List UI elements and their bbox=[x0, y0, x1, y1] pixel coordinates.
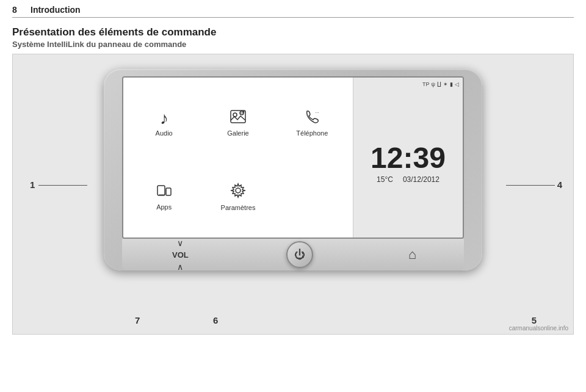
clock-display: 12:39 bbox=[371, 143, 446, 173]
svg-text:···: ··· bbox=[315, 110, 319, 115]
bluetooth-icon: ✶ bbox=[443, 81, 448, 87]
power-button[interactable]: ⏻ bbox=[286, 241, 313, 268]
home-button[interactable]: ⌂ bbox=[408, 247, 416, 263]
callout-5: 5 bbox=[532, 315, 537, 325]
app-icon-telephone[interactable]: ··· Téléphone bbox=[277, 87, 348, 159]
vol-label: VOL bbox=[172, 250, 189, 260]
status-bar: TP ψ ∐ ✶ ▮ ◁ bbox=[422, 81, 459, 87]
svg-point-1 bbox=[233, 113, 237, 117]
page-number: 8 bbox=[12, 5, 31, 15]
gallery-icon bbox=[230, 109, 247, 127]
audio-label: Audio bbox=[156, 129, 173, 137]
galerie-label: Galerie bbox=[227, 129, 248, 137]
usb-icon: ∐ bbox=[437, 81, 441, 87]
line-4 bbox=[506, 185, 555, 186]
svg-point-3 bbox=[242, 111, 244, 113]
apps-label: Apps bbox=[156, 203, 172, 211]
app-icon-galerie[interactable]: Galerie bbox=[202, 87, 273, 159]
line-1 bbox=[38, 185, 87, 186]
header-divider bbox=[12, 17, 574, 18]
apps-icon bbox=[156, 183, 172, 201]
section-subtitle: Système IntelliLink du panneau de comman… bbox=[0, 40, 586, 54]
telephone-label: Téléphone bbox=[296, 129, 328, 137]
svg-rect-6 bbox=[166, 188, 171, 195]
speaker-icon: ◁ bbox=[455, 81, 459, 87]
parametres-label: Paramètres bbox=[221, 204, 256, 211]
watermark: carmanualsonline.info bbox=[509, 325, 568, 332]
audio-icon: ♪ bbox=[160, 110, 168, 127]
screen-right-panel: TP ψ ∐ ✶ ▮ ◁ 12:39 15°C 03/12/2012 bbox=[353, 78, 463, 238]
figure-area: 1 2 3 4 5 6 7 ♪ Audio bbox=[12, 54, 574, 335]
signal-icon: ψ bbox=[432, 81, 435, 87]
app-icon-apps[interactable]: Apps bbox=[128, 161, 200, 233]
parametres-icon bbox=[230, 183, 246, 201]
date-temp-display: 15°C 03/12/2012 bbox=[377, 175, 440, 184]
screen: ♪ Audio bbox=[122, 76, 464, 239]
battery-icon: ▮ bbox=[450, 81, 453, 87]
volume-control[interactable]: ∨ VOL ∧ bbox=[170, 238, 191, 272]
home-icon: ⌂ bbox=[408, 247, 416, 263]
temperature-display: 15°C bbox=[377, 175, 393, 184]
callout-4: 4 bbox=[557, 180, 562, 190]
device-body: ♪ Audio bbox=[104, 69, 482, 270]
app-icon-parametres[interactable]: Paramètres bbox=[202, 161, 273, 233]
power-icon: ⏻ bbox=[294, 249, 305, 261]
vol-up-icon[interactable]: ∧ bbox=[177, 262, 183, 272]
date-display: 03/12/2012 bbox=[403, 175, 440, 184]
phone-icon: ··· bbox=[304, 109, 320, 127]
page-header: 8 Introduction bbox=[0, 0, 586, 17]
callout-1: 1 bbox=[30, 180, 35, 190]
tp-indicator: TP bbox=[422, 81, 430, 87]
svg-rect-5 bbox=[157, 186, 165, 195]
app-icon-audio[interactable]: ♪ Audio bbox=[128, 87, 200, 159]
screen-left-panel: ♪ Audio bbox=[123, 78, 353, 238]
vol-down-icon[interactable]: ∨ bbox=[177, 238, 183, 248]
page-title: Introduction bbox=[31, 5, 81, 15]
controls-bar: ∨ VOL ∧ ⏻ ⌂ bbox=[122, 239, 464, 270]
svg-point-8 bbox=[236, 188, 241, 193]
infotainment-unit: ♪ Audio bbox=[85, 69, 501, 319]
section-title: Présentation des éléments de commande bbox=[0, 23, 586, 40]
